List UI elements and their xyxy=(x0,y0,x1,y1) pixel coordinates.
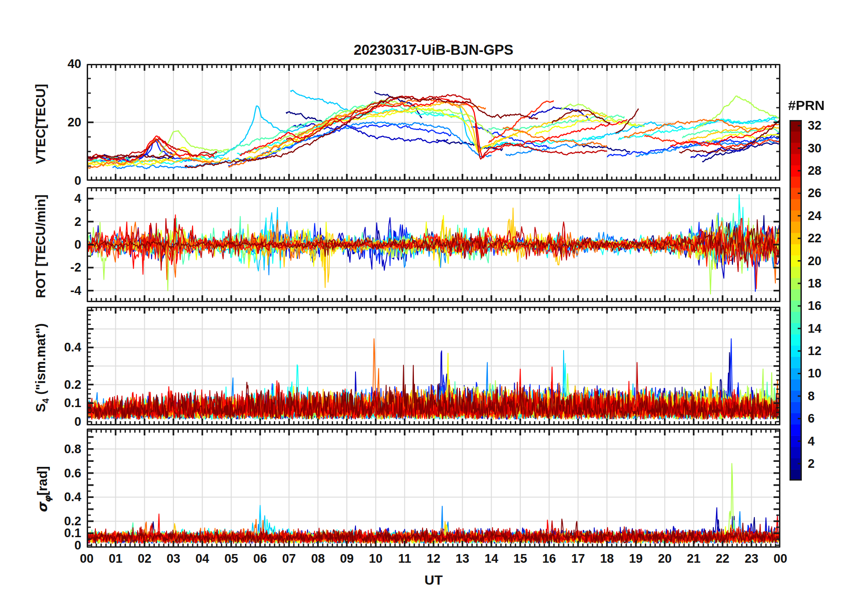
x-tick-label: 00 xyxy=(762,553,799,565)
colorbar-tick-label: 20 xyxy=(808,255,844,267)
colorbar-tick-label: 8 xyxy=(808,390,844,403)
colorbar-tick-label: 14 xyxy=(808,323,844,335)
y-tick-label: 4 xyxy=(45,193,81,205)
colorbar-tick-label: 32 xyxy=(808,120,844,132)
y-tick-label: 40 xyxy=(45,58,81,70)
colorbar-tick-label: 30 xyxy=(808,142,844,155)
axis-label-text: σ xyxy=(35,502,50,513)
colorbar-tick-label: 10 xyxy=(808,367,844,380)
colorbar-title: #PRN xyxy=(774,98,838,113)
y-tick-label: 0 xyxy=(45,175,81,187)
y-tick-label: 20 xyxy=(45,116,81,129)
y-tick-label: 0.6 xyxy=(45,467,81,480)
y-tick-label: 0 xyxy=(45,539,81,552)
s4-panel-canvas xyxy=(87,307,780,425)
y-tick-label: 0.2 xyxy=(45,515,81,528)
sigma-phi-panel-canvas xyxy=(87,429,780,548)
colorbar-tick-label: 4 xyxy=(808,435,844,448)
colorbar-tick-label: 6 xyxy=(808,413,844,425)
colorbar-tick-label: 28 xyxy=(808,165,844,177)
chart-title: 20230317-UiB-BJN-GPS xyxy=(87,42,780,58)
rot-panel-canvas xyxy=(87,187,780,302)
colorbar-tick-label: 26 xyxy=(808,187,844,199)
y-tick-label: 0.1 xyxy=(45,527,81,539)
y-tick-label: 2 xyxy=(45,216,81,228)
y-tick-label: 0.4 xyxy=(45,491,81,503)
y-tick-label: -4 xyxy=(45,285,81,297)
y-tick-label: -2 xyxy=(45,262,81,274)
colorbar-tick-label: 12 xyxy=(808,345,844,357)
y-tick-label: 0 xyxy=(45,416,81,428)
y-tick-label: 0.2 xyxy=(45,379,81,391)
colorbar-tick-label: 16 xyxy=(808,300,844,312)
figure: 20230317-UiB-BJN-GPS VTEC[TECU] ROT [TEC… xyxy=(0,0,868,607)
vtec-panel-canvas xyxy=(87,64,780,181)
colorbar-tick-label: 18 xyxy=(808,277,844,290)
y-tick-label: 0.4 xyxy=(45,341,81,354)
colorbar-tick-label: 24 xyxy=(808,210,844,222)
x-axis-label: UT xyxy=(388,572,479,588)
y-tick-label: 0.1 xyxy=(45,397,81,409)
colorbar-tick-label: 2 xyxy=(808,458,844,470)
prn-colorbar xyxy=(790,120,802,481)
y-tick-label: 0.8 xyxy=(45,443,81,455)
colorbar-tick-label: 22 xyxy=(808,232,844,245)
y-tick-label: 0 xyxy=(45,239,81,251)
